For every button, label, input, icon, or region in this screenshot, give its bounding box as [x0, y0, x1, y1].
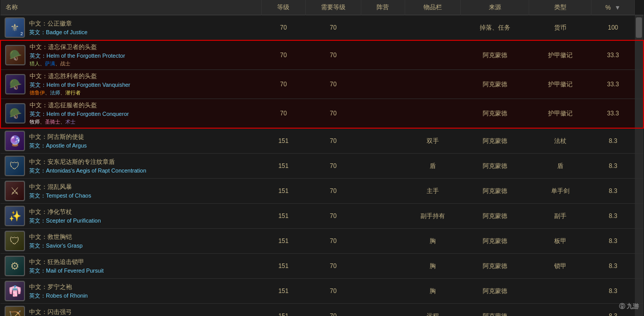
item-icon: 🛡 — [5, 156, 25, 176]
item-cn-name: 中文：闪击强弓 — [29, 308, 89, 317]
item-source: 阿克蒙德 — [461, 179, 529, 204]
item-faction — [361, 229, 405, 254]
col-level[interactable]: 等级 — [262, 0, 305, 15]
table-row[interactable]: 🪖中文：遗忘保卫者的头盔英文：Helm of the Forgotten Pro… — [1, 40, 643, 70]
item-faction — [361, 40, 405, 70]
item-level: 151 — [262, 254, 305, 279]
item-level: 151 — [262, 304, 305, 317]
item-percent: 8.3 — [591, 179, 635, 204]
table-header-row: 名称 等级 需要等级 阵营 物品栏 来源 类型 — [1, 0, 643, 15]
item-level: 70 — [262, 99, 305, 129]
item-req-level: 70 — [305, 154, 361, 179]
item-type: 货币 — [529, 15, 591, 41]
item-cn-name: 中文：遗忘征服者的头盔 — [30, 101, 129, 110]
item-name-cell: 🛡中文：安东尼达斯的专注纹章盾英文：Antonidas's Aegis of R… — [1, 154, 262, 179]
item-en-name: 英文：Helm of the Forgotten Conqueror — [30, 110, 129, 118]
item-percent: 33.3 — [591, 40, 635, 70]
item-slot — [405, 40, 461, 70]
item-source: 阿克蒙德 — [461, 70, 529, 99]
sort-desc-icon: ▼ — [614, 4, 621, 11]
item-cn-name: 中文：救世胸铠 — [29, 233, 83, 241]
item-source: 阿克蒙德 — [461, 154, 529, 179]
table-row[interactable]: 🔮中文：阿古斯的使徒英文：Apostle of Argus15170双手阿克蒙德… — [1, 128, 643, 154]
item-source: 阿克蒙德 — [461, 204, 529, 229]
item-icon: 🪖 — [5, 74, 26, 94]
item-faction — [361, 70, 405, 99]
scrollbar-col — [635, 0, 643, 15]
item-slot: 双手 — [405, 128, 461, 154]
item-faction — [361, 154, 405, 179]
item-source: 掉落、任务 — [461, 15, 529, 41]
item-cn-name: 中文：罗宁之袍 — [29, 283, 88, 291]
item-table-container: 名称 等级 需要等级 阵营 物品栏 来源 类型 — [0, 0, 644, 316]
table-row[interactable]: ⚙中文：狂热追击锁甲英文：Mail of Fevered Pursuit1517… — [1, 254, 643, 279]
item-level: 70 — [262, 40, 305, 70]
col-req-level[interactable]: 需要等级 — [305, 0, 361, 15]
col-faction[interactable]: 阵营 — [361, 0, 405, 15]
item-cn-name: 中文：混乱风暴 — [29, 183, 91, 191]
item-req-level: 70 — [305, 15, 361, 41]
table-row[interactable]: 🏹中文：闪击强弓英文：Bristleblitz Striker15170远程阿克… — [1, 304, 643, 317]
item-en-name: 英文：Robes of Rhonin — [29, 292, 88, 300]
item-slot: 胸 — [405, 279, 461, 304]
item-level: 151 — [262, 204, 305, 229]
item-faction — [361, 128, 405, 154]
item-req-level: 70 — [305, 254, 361, 279]
col-type[interactable]: 类型 — [529, 0, 591, 15]
item-slot — [405, 70, 461, 99]
item-name-cell: 🪖中文：遗忘保卫者的头盔英文：Helm of the Forgotten Pro… — [1, 40, 262, 70]
item-cn-name: 中文：公正徽章 — [29, 19, 87, 28]
item-slot — [405, 99, 461, 129]
table-row[interactable]: 🛡中文：救世胸铠英文：Savior's Grasp15170胸阿克蒙德板甲8.3 — [1, 229, 643, 254]
item-percent: 33.3 — [591, 70, 635, 99]
item-faction — [361, 15, 405, 41]
item-source: 阿克蒙德 — [461, 229, 529, 254]
table-row[interactable]: 🛡中文：安东尼达斯的专注纹章盾英文：Antonidas's Aegis of R… — [1, 154, 643, 179]
col-slot[interactable]: 物品栏 — [405, 0, 461, 15]
item-en-name: 英文：Tempest of Chaos — [29, 192, 91, 200]
item-level: 151 — [262, 279, 305, 304]
item-req-level: 70 — [305, 99, 361, 129]
item-icon: 🔮 — [5, 131, 25, 151]
item-cn-name: 中文：遗忘胜利者的头盔 — [30, 72, 130, 81]
item-name-cell: 🪖中文：遗忘征服者的头盔英文：Helm of the Forgotten Con… — [1, 99, 262, 129]
item-name-cell: ✨中文：净化节杖英文：Scepter of Purification — [1, 204, 262, 229]
table-row[interactable]: 👘中文：罗宁之袍英文：Robes of Rhonin15170胸阿克蒙德8.3 — [1, 279, 643, 304]
item-name-cell: 🪖中文：遗忘胜利者的头盔英文：Helm of the Forgotten Van… — [1, 70, 262, 99]
table-row[interactable]: 🪖中文：遗忘胜利者的头盔英文：Helm of the Forgotten Van… — [1, 70, 643, 99]
col-source[interactable]: 来源 — [461, 0, 529, 15]
col-name[interactable]: 名称 — [1, 0, 262, 15]
table-row[interactable]: ✨中文：净化节杖英文：Scepter of Purification15170副… — [1, 204, 643, 229]
item-source: 阿克蒙德 — [461, 40, 529, 70]
item-faction — [361, 99, 405, 129]
item-cn-name: 中文：安东尼达斯的专注纹章盾 — [29, 158, 146, 166]
item-slot — [405, 15, 461, 41]
item-icon: 🪖 — [5, 45, 26, 65]
item-en-name: 英文：Mail of Fevered Pursuit — [29, 267, 104, 275]
item-level: 151 — [262, 179, 305, 204]
table-row[interactable]: ⚜2中文：公正徽章英文：Badge of Justice7070掉落、任务货币1… — [1, 15, 643, 41]
item-percent: 8.3 — [591, 204, 635, 229]
item-name-cell: ⚔中文：混乱风暴英文：Tempest of Chaos — [1, 179, 262, 204]
item-name-cell: 🛡中文：救世胸铠英文：Savior's Grasp — [1, 229, 262, 254]
item-faction — [361, 279, 405, 304]
item-type: 护甲徽记 — [529, 99, 591, 129]
item-type — [529, 304, 591, 317]
col-percent[interactable]: % ▼ — [591, 0, 635, 15]
item-source: 阿克蒙德 — [461, 279, 529, 304]
item-name-cell: 🔮中文：阿古斯的使徒英文：Apostle of Argus — [1, 128, 262, 154]
item-icon: 🛡 — [5, 231, 25, 251]
item-type: 板甲 — [529, 229, 591, 254]
item-level: 70 — [262, 15, 305, 41]
item-percent: 33.3 — [591, 99, 635, 129]
item-type: 护甲徽记 — [529, 40, 591, 70]
table-row[interactable]: ⚔中文：混乱风暴英文：Tempest of Chaos15170主手阿克蒙德单手… — [1, 179, 643, 204]
item-level: 151 — [262, 154, 305, 179]
item-percent: 100 — [591, 15, 635, 41]
item-level: 151 — [262, 229, 305, 254]
item-slot: 远程 — [405, 304, 461, 317]
table-row[interactable]: 🪖中文：遗忘征服者的头盔英文：Helm of the Forgotten Con… — [1, 99, 643, 129]
item-cn-name: 中文：遗忘保卫者的头盔 — [30, 43, 125, 52]
item-cn-name: 中文：阿古斯的使徒 — [29, 133, 87, 141]
item-req-level: 70 — [305, 179, 361, 204]
